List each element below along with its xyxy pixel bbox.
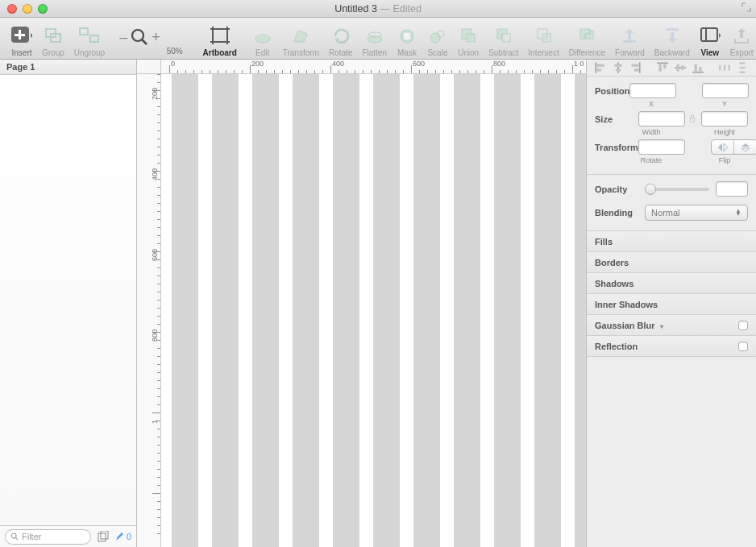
- union-button[interactable]: Union: [453, 25, 484, 57]
- export-label: Export: [730, 48, 754, 57]
- artboard-column: [373, 74, 400, 547]
- group-button[interactable]: Group: [37, 25, 69, 57]
- opacity-input[interactable]: [716, 181, 748, 197]
- artboard-column: [293, 74, 319, 547]
- svg-point-14: [255, 35, 270, 43]
- svg-rect-54: [724, 65, 725, 71]
- gaussian-checkbox[interactable]: [738, 321, 748, 330]
- mask-label: Mask: [397, 48, 417, 57]
- svg-point-20: [438, 31, 444, 37]
- reflection-header[interactable]: Reflection: [587, 336, 756, 357]
- inner-shadows-header[interactable]: Inner Shadows: [587, 294, 756, 315]
- artboard-label: Artboard: [203, 48, 237, 57]
- zoom-out-button[interactable]: –: [116, 29, 131, 46]
- distribute-h-icon[interactable]: [718, 61, 731, 74]
- align-hcenter-icon[interactable]: [612, 61, 625, 74]
- zoom-icon[interactable]: [131, 28, 148, 46]
- flatten-button[interactable]: Flatten: [357, 25, 392, 57]
- artboard-button[interactable]: Artboard: [193, 25, 247, 57]
- export-button[interactable]: Export: [725, 25, 756, 57]
- ungroup-button[interactable]: Ungroup: [69, 25, 110, 57]
- flip-horizontal-button[interactable]: [712, 140, 735, 154]
- height-sublabel: Height: [701, 128, 748, 136]
- zoom-in-button[interactable]: +: [148, 29, 164, 46]
- insert-button[interactable]: Insert: [6, 25, 37, 57]
- edit-button[interactable]: Edit: [247, 25, 278, 57]
- subtract-button[interactable]: Subtract: [484, 25, 523, 57]
- fullscreen-icon[interactable]: [741, 2, 751, 12]
- align-left-icon[interactable]: [594, 61, 607, 74]
- filter-placeholder: Filter: [22, 532, 41, 541]
- y-sublabel: Y: [701, 100, 748, 108]
- align-right-icon[interactable]: [629, 61, 642, 74]
- artboard-column: [333, 74, 359, 547]
- svg-line-32: [16, 538, 19, 541]
- opacity-slider[interactable]: [645, 188, 709, 191]
- vertical-ruler[interactable]: 2004006008001 000: [137, 74, 161, 547]
- opacity-slider-knob[interactable]: [645, 184, 656, 195]
- height-input[interactable]: [701, 111, 748, 126]
- search-icon: [10, 532, 19, 541]
- transform-button[interactable]: Transform: [278, 25, 324, 57]
- reflection-checkbox[interactable]: [738, 342, 748, 351]
- flip-vertical-button[interactable]: [734, 140, 756, 154]
- edit-label: Edit: [255, 48, 269, 57]
- lock-aspect-icon[interactable]: [688, 114, 696, 124]
- subtract-label: Subtract: [488, 48, 518, 57]
- minimize-window-button[interactable]: [23, 4, 32, 14]
- position-x-input[interactable]: [629, 83, 676, 98]
- layer-list[interactable]: [0, 75, 136, 525]
- horizontal-ruler[interactable]: 02004006008001 0: [137, 60, 586, 74]
- align-bottom-icon[interactable]: [692, 61, 704, 74]
- zoom-control: – + 50%: [110, 28, 193, 57]
- canvas-area: 02004006008001 0 2004006008001 000: [137, 60, 586, 547]
- width-input[interactable]: [638, 111, 685, 126]
- svg-rect-9: [213, 29, 227, 42]
- x-sublabel: X: [628, 100, 675, 108]
- borders-label: Borders: [595, 258, 629, 267]
- position-label: Position: [595, 86, 629, 96]
- position-y-input[interactable]: [702, 83, 749, 98]
- shadows-header[interactable]: Shadows: [587, 273, 756, 294]
- view-button[interactable]: View: [695, 25, 725, 57]
- forward-button[interactable]: Forward: [610, 25, 650, 57]
- zoom-window-button[interactable]: [38, 4, 48, 14]
- svg-rect-49: [681, 65, 683, 70]
- ruler-corner: [137, 60, 161, 73]
- fills-header[interactable]: Fills: [587, 231, 756, 252]
- group-label: Group: [42, 48, 64, 57]
- backward-button[interactable]: Backward: [650, 25, 695, 57]
- chevron-updown-icon: ▲▼: [735, 209, 741, 216]
- difference-button[interactable]: Difference: [564, 25, 610, 57]
- gaussian-blur-header[interactable]: Gaussian Blur ▾: [587, 315, 756, 336]
- opacity-label: Opacity: [595, 184, 645, 194]
- svg-rect-59: [690, 118, 694, 122]
- layers-panel-footer: Filter 0: [0, 525, 136, 547]
- svg-rect-58: [740, 72, 746, 73]
- intersect-label: Intersect: [528, 48, 559, 57]
- rotate-input[interactable]: [638, 139, 685, 155]
- svg-rect-26: [542, 34, 547, 39]
- distribute-v-icon[interactable]: [736, 61, 749, 74]
- difference-label: Difference: [569, 48, 605, 57]
- duplicate-icon[interactable]: [98, 531, 109, 542]
- align-top-icon[interactable]: [656, 61, 669, 74]
- artboard-column: [252, 74, 279, 547]
- align-vcenter-icon[interactable]: [674, 61, 687, 74]
- document-edited-label: — Edited: [377, 3, 422, 15]
- page-header[interactable]: Page 1: [0, 60, 136, 75]
- filter-input[interactable]: Filter: [5, 529, 91, 545]
- close-window-button[interactable]: [7, 4, 17, 14]
- rotate-button[interactable]: Rotate: [324, 25, 357, 57]
- mask-button[interactable]: Mask: [392, 25, 422, 57]
- scale-button[interactable]: Scale: [422, 25, 453, 57]
- canvas[interactable]: [161, 74, 586, 547]
- pen-count[interactable]: 0: [115, 532, 131, 541]
- svg-rect-36: [596, 64, 604, 66]
- svg-rect-40: [616, 68, 621, 71]
- artboard-column: [413, 74, 440, 547]
- blending-select[interactable]: Normal ▲▼: [645, 205, 748, 221]
- width-sublabel: Width: [628, 128, 675, 136]
- intersect-button[interactable]: Intersect: [523, 25, 563, 57]
- borders-header[interactable]: Borders: [587, 252, 756, 273]
